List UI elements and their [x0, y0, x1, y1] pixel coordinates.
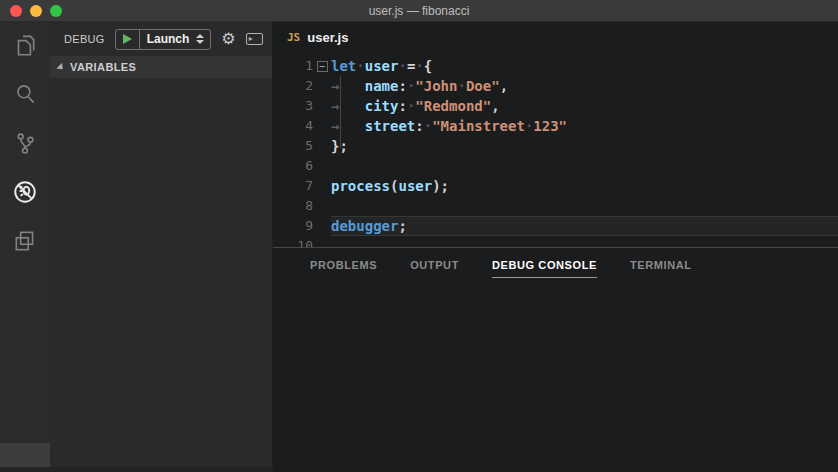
- zoom-button[interactable]: [50, 5, 62, 17]
- activity-item-debug[interactable]: [0, 169, 50, 218]
- dropdown-spinner-icon: [196, 34, 204, 44]
- panel-tab-terminal[interactable]: TERMINAL: [630, 259, 692, 278]
- code-line: 10: [273, 236, 838, 247]
- collapse-arrow-icon: [56, 62, 65, 71]
- line-number: 9: [273, 216, 313, 236]
- start-debug-play-icon[interactable]: [123, 34, 132, 44]
- panel-tab-problems[interactable]: PROBLEMS: [310, 259, 377, 278]
- search-icon: [12, 81, 38, 111]
- bottom-panel: PROBLEMSOUTPUTDEBUG CONSOLETERMINAL: [273, 247, 838, 472]
- debug-bug-icon: [12, 179, 38, 209]
- activity-item-explorer[interactable]: [0, 22, 50, 71]
- fold-column: [313, 216, 331, 236]
- variables-section-label: VARIABLES: [70, 61, 136, 73]
- window-bottom-edge: [0, 467, 273, 472]
- line-number: 7: [273, 176, 313, 196]
- fold-marker-icon[interactable]: −: [317, 61, 328, 72]
- panel-tab-bar: PROBLEMSOUTPUTDEBUG CONSOLETERMINAL: [273, 248, 838, 278]
- git-branch-icon: [12, 130, 38, 160]
- line-number: 4: [273, 116, 313, 136]
- minimize-button[interactable]: [30, 5, 42, 17]
- line-number: 1: [273, 56, 313, 76]
- tab-whitespace-arrow: →: [331, 78, 365, 94]
- tab-filename: user.js: [307, 30, 348, 45]
- line-number: 8: [273, 196, 313, 216]
- debug-panel-label: DEBUG: [64, 33, 105, 45]
- fold-column: [313, 236, 331, 247]
- code-line: 8: [273, 196, 838, 216]
- code-text: debugger;: [331, 216, 407, 236]
- line-number: 6: [273, 156, 313, 176]
- titlebar: user.js — fibonacci: [0, 0, 838, 22]
- open-console-icon[interactable]: ▸: [246, 33, 263, 45]
- code-line: 5};: [273, 136, 838, 156]
- code-text: };: [331, 136, 348, 156]
- variables-section-header[interactable]: VARIABLES: [50, 56, 272, 78]
- code-line: 1−let·user·=·{: [273, 56, 838, 76]
- debug-sidebar: DEBUG Launch ⚙ ▸ VARIABLES: [50, 22, 273, 472]
- fold-column: [313, 116, 331, 136]
- activity-item-search[interactable]: [0, 71, 50, 120]
- code-text: process(user);: [331, 176, 449, 196]
- fold-column: [313, 96, 331, 116]
- tab-user-js[interactable]: JS user.js: [273, 22, 362, 52]
- fold-column: [313, 176, 331, 196]
- editor-column: JS user.js 1−let·user·=·{2→ name:·"John·…: [273, 22, 838, 472]
- traffic-lights: [10, 0, 62, 22]
- code-line: 4→ street:·"Mainstreet·123": [273, 116, 838, 136]
- fold-column: [313, 156, 331, 176]
- fold-column: −: [313, 56, 331, 76]
- panel-tab-output[interactable]: OUTPUT: [410, 259, 459, 278]
- activity-bar-bottom-block: [0, 443, 50, 467]
- line-number: 10: [273, 236, 313, 247]
- configure-gear-icon[interactable]: ⚙: [221, 31, 235, 47]
- code-line: 7process(user);: [273, 176, 838, 196]
- tab-whitespace-arrow: →: [331, 118, 365, 134]
- extensions-icon: [12, 228, 38, 258]
- line-number: 3: [273, 96, 313, 116]
- code-text: → city:·"Redmond",: [331, 96, 500, 116]
- launch-config-dropdown[interactable]: Launch: [115, 29, 212, 50]
- line-number: 5: [273, 136, 313, 156]
- window-title: user.js — fibonacci: [0, 4, 838, 18]
- fold-column: [313, 76, 331, 96]
- code-line: 2→ name:·"John·Doe",: [273, 76, 838, 96]
- activity-item-source-control[interactable]: [0, 120, 50, 169]
- editor-tab-bar: JS user.js: [273, 22, 838, 52]
- code-line: 6: [273, 156, 838, 176]
- panel-tab-debug-console[interactable]: DEBUG CONSOLE: [492, 259, 597, 278]
- code-line: 9debugger;: [273, 216, 838, 236]
- files-icon: [12, 32, 38, 62]
- tab-whitespace-arrow: →: [331, 98, 365, 114]
- launch-config-label: Launch: [140, 32, 197, 46]
- debug-toolbar: DEBUG Launch ⚙ ▸: [50, 22, 272, 56]
- activity-item-extensions[interactable]: [0, 218, 50, 267]
- vscode-window: user.js — fibonacci: [0, 0, 838, 472]
- fold-column: [313, 196, 331, 216]
- code-line: 3→ city:·"Redmond",: [273, 96, 838, 116]
- code-text: let·user·=·{: [331, 56, 432, 76]
- main-area: DEBUG Launch ⚙ ▸ VARIABLES: [0, 22, 838, 472]
- activity-bar: [0, 22, 50, 472]
- javascript-file-icon: JS: [287, 31, 300, 44]
- code-text: → street:·"Mainstreet·123": [331, 116, 567, 136]
- line-number: 2: [273, 76, 313, 96]
- code-editor[interactable]: 1−let·user·=·{2→ name:·"John·Doe",3→ cit…: [273, 52, 838, 247]
- close-button[interactable]: [10, 5, 22, 17]
- code-text: → name:·"John·Doe",: [331, 76, 508, 96]
- variables-list-empty: [50, 78, 272, 472]
- fold-column: [313, 136, 331, 156]
